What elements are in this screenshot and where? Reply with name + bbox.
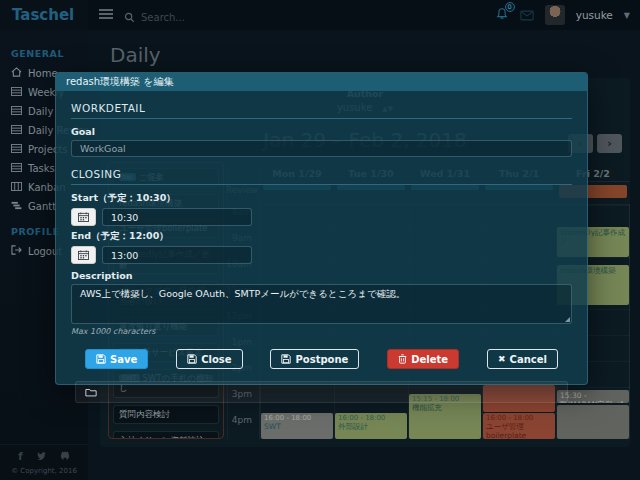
start-time-input[interactable] [102,208,252,226]
start-datepicker-button[interactable] [71,208,96,226]
trash-icon [398,354,407,364]
attachments-accordion[interactable] [75,381,568,403]
calendar-icon [78,212,89,222]
description-textarea[interactable]: AWS上で構築し、Google OAuth、SMTPメールができるところまで確認… [71,284,572,324]
description-hint: Max 1000 characters [71,327,572,336]
end-datepicker-button[interactable] [71,246,96,264]
section-workdetail: WORKDETAIL [71,102,572,119]
save-button[interactable]: Save [85,349,148,369]
cancel-button[interactable]: ✖ Cancel [487,349,558,369]
floppy-icon [187,354,197,364]
goal-input[interactable] [71,140,572,157]
calendar-icon [78,250,89,260]
app-root: Taschel Search... 0 yusuke ▼ GENERAL [0,0,640,480]
section-closing: CLOSING [71,168,572,185]
floppy-icon [96,354,106,364]
resize-handle[interactable] [565,317,570,322]
modal-title: redash環境構築 を編集 [56,73,587,91]
description-label: Description [71,270,572,281]
postpone-button[interactable]: Postpone [270,349,359,369]
edit-work-modal: redash環境構築 を編集 WORKDETAIL Goal CLOSING S… [55,72,588,385]
start-label: Start（予定：10:30） [71,192,572,205]
delete-button[interactable]: Delete [387,349,459,369]
end-time-input[interactable] [102,246,252,264]
close-button[interactable]: Close [176,349,242,369]
folder-icon [85,388,97,397]
end-label: End（予定：12:00） [71,230,572,243]
goal-label: Goal [71,126,572,137]
floppy-icon [281,354,291,364]
x-icon: ✖ [498,354,506,364]
